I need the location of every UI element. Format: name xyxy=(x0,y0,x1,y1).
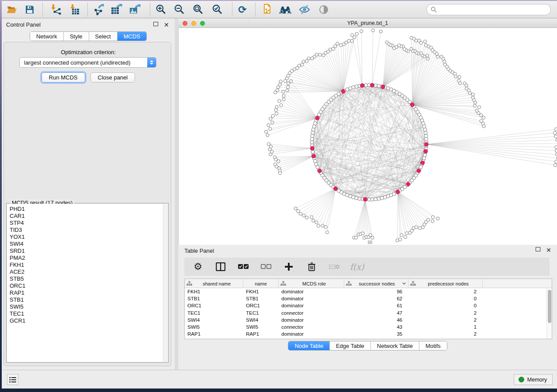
mcds-result-item[interactable]: RAP1 xyxy=(7,289,168,296)
table-cell: ORC1 xyxy=(243,302,279,309)
mcds-result-item[interactable]: CAR1 xyxy=(7,213,168,220)
mcds-result-item[interactable]: GCR1 xyxy=(7,317,168,324)
network-graph[interactable] xyxy=(179,28,557,245)
mcds-result-item[interactable]: STB5 xyxy=(7,275,168,282)
refresh-layout-icon[interactable]: ⟳ xyxy=(235,2,250,17)
zoom-selected-icon[interactable] xyxy=(210,2,225,17)
search-icon xyxy=(431,7,437,13)
tab-network[interactable]: Network xyxy=(30,32,64,41)
network-canvas[interactable] xyxy=(178,28,557,245)
mcds-result-item[interactable]: TID3 xyxy=(7,227,168,234)
close-panel-button[interactable]: Close panel xyxy=(90,72,135,83)
mcds-result-item[interactable]: ACE2 xyxy=(7,268,168,275)
run-mcds-button[interactable]: Run MCDS xyxy=(42,72,85,83)
tab-motifs[interactable]: Motifs xyxy=(419,341,447,350)
optimization-criterion-select[interactable]: largest connected component (undirected) xyxy=(19,57,156,68)
cytoscape-window: ⟳ Control Panel ✕ NetworkS xyxy=(2,1,557,389)
table-settings-icon[interactable]: ⚙ xyxy=(192,261,204,272)
table-cell: RAP1 xyxy=(243,330,279,337)
column-header-successor-nodes[interactable]: successor nodes xyxy=(344,279,408,288)
mcds-result-item[interactable]: TEC1 xyxy=(7,310,168,317)
sort-desc-icon xyxy=(402,282,406,285)
table-scrollbar[interactable] xyxy=(547,288,552,339)
function-builder-icon: f(x) xyxy=(351,261,363,272)
network-titlebar[interactable]: YPA_prune.txt_1 xyxy=(178,18,557,28)
search-input[interactable] xyxy=(439,7,550,13)
column-header-shared-name[interactable]: shared name xyxy=(185,279,243,288)
column-type-icon xyxy=(187,281,192,286)
import-table-icon[interactable] xyxy=(67,2,82,17)
column-header-MCDS-role[interactable]: MCDS role xyxy=(279,279,344,288)
task-history-icon[interactable] xyxy=(7,374,18,385)
tab-select[interactable]: Select xyxy=(89,32,118,41)
table-row[interactable]: ACE2ACE2connector311 xyxy=(185,337,547,339)
mcds-result-item[interactable]: PMA2 xyxy=(7,254,168,261)
search-field[interactable] xyxy=(426,4,551,15)
tab-mcds[interactable]: MCDS xyxy=(118,32,146,41)
zoom-out-icon[interactable] xyxy=(172,2,187,17)
table-row[interactable]: SWI4SWI4dominator462 xyxy=(185,316,547,323)
export-network-icon[interactable] xyxy=(91,2,106,17)
mcds-result-item[interactable]: ORC1 xyxy=(7,282,168,289)
import-network-icon[interactable] xyxy=(49,2,64,17)
export-table-icon[interactable] xyxy=(109,2,124,17)
table-cell: dominator xyxy=(279,302,344,309)
table-cell: dominator xyxy=(279,295,344,302)
mcds-result-item[interactable]: YOX1 xyxy=(7,234,168,241)
table-row[interactable]: FKH1FKH1dominator962 xyxy=(185,288,547,295)
canvas-scroll-grip[interactable] xyxy=(368,241,372,244)
open-file-icon[interactable] xyxy=(4,2,19,17)
mcds-result-item[interactable]: FKH1 xyxy=(7,261,168,268)
tab-style[interactable]: Style xyxy=(64,32,89,41)
export-image-icon[interactable] xyxy=(128,2,142,17)
mcds-result-item[interactable]: SWI4 xyxy=(7,241,168,248)
show-graphics-details-icon[interactable] xyxy=(316,2,331,17)
zoom-fit-icon[interactable] xyxy=(191,2,206,17)
mcds-result-group: MCDS result (17 nodes) PHD1CAR1STP4TID3Y… xyxy=(6,203,169,363)
mcds-list-scrollbar[interactable] xyxy=(163,203,168,362)
table-row[interactable]: TEC1TEC1connector472 xyxy=(185,309,547,316)
zoom-in-icon[interactable] xyxy=(154,2,169,17)
mcds-result-item[interactable]: SRD1 xyxy=(7,248,168,254)
select-all-columns-icon[interactable] xyxy=(238,261,249,272)
table-cell: connector xyxy=(279,337,344,339)
table-cell: 96 xyxy=(344,288,408,295)
table-row[interactable]: RAP1RAP1dominator352 xyxy=(185,330,547,337)
panel-splitter[interactable] xyxy=(175,18,178,370)
toolbar-separator xyxy=(150,3,150,17)
table-panel-title: Table Panel xyxy=(184,248,214,254)
tab-network-table[interactable]: Network Table xyxy=(371,341,419,350)
table-toolbar: ⚙ xyxy=(184,258,550,276)
tab-node-table[interactable]: Node Table xyxy=(288,341,330,350)
table-cell: TEC1 xyxy=(243,309,279,316)
close-panel-icon[interactable]: ✕ xyxy=(164,22,170,27)
close-table-panel-icon[interactable]: ✕ xyxy=(546,247,552,252)
show-columns-icon[interactable] xyxy=(215,261,226,272)
clone-network-icon[interactable] xyxy=(259,2,274,17)
delete-column-icon[interactable] xyxy=(306,261,317,272)
table-row[interactable]: ORC1ORC1dominator610 xyxy=(185,302,547,309)
table-cell: 1 xyxy=(408,337,483,339)
hide-graphics-details-icon[interactable] xyxy=(297,2,312,17)
mcds-result-item[interactable]: STB1 xyxy=(7,296,168,303)
float-table-panel-icon[interactable] xyxy=(536,247,541,252)
save-session-icon[interactable] xyxy=(22,2,37,17)
first-neighbors-icon[interactable] xyxy=(278,2,293,17)
create-column-icon[interactable] xyxy=(283,261,294,272)
memory-button[interactable]: Memory xyxy=(514,374,553,385)
mcds-result-item[interactable]: SWI5 xyxy=(7,303,168,310)
table-row[interactable]: SWI5SWI5connector431 xyxy=(185,323,547,330)
deselect-all-columns-icon[interactable] xyxy=(260,261,272,272)
mcds-result-item[interactable]: STP4 xyxy=(7,220,168,227)
mcds-result-item[interactable]: PHD1 xyxy=(7,206,168,213)
mcds-result-list[interactable]: PHD1CAR1STP4TID3YOX1SWI4SRD1PMA2FKH1ACE2… xyxy=(7,204,168,362)
toolbar-separator xyxy=(255,3,256,17)
table-row[interactable]: STB1STB1dominator620 xyxy=(185,295,547,302)
status-bar: Memory xyxy=(2,370,557,389)
float-panel-icon[interactable] xyxy=(153,22,159,27)
tab-edge-table[interactable]: Edge Table xyxy=(330,341,371,350)
column-header-name[interactable]: name xyxy=(243,279,279,288)
table-cell: ACE2 xyxy=(185,337,243,339)
column-header-predecessor-nodes[interactable]: predecessor nodes xyxy=(408,279,483,288)
table-scrollbar-thumb[interactable] xyxy=(548,290,551,323)
